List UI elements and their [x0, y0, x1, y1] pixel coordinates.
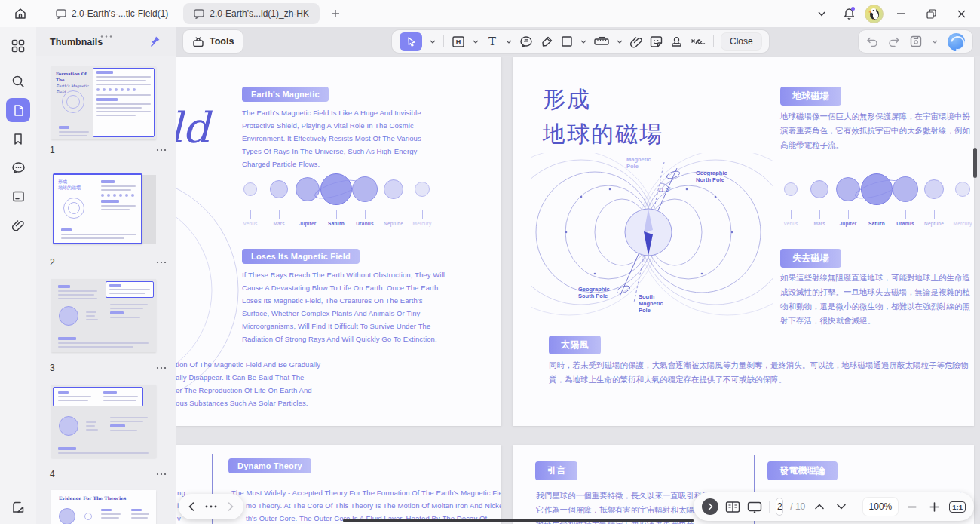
next-page-button[interactable]	[834, 504, 849, 510]
plus-icon	[929, 502, 939, 512]
attachment-tool-button[interactable]	[630, 35, 642, 48]
heading-frame-tool-button[interactable]: H	[452, 35, 465, 48]
undo-button[interactable]	[866, 37, 878, 47]
planet-circle	[893, 176, 918, 202]
home-button[interactable]	[9, 4, 32, 23]
previous-page-button[interactable]	[812, 504, 827, 510]
thumbnail-menu-button[interactable]	[156, 149, 167, 152]
thumbnail-menu-button[interactable]	[156, 261, 167, 264]
pin-panel-button[interactable]	[149, 35, 161, 51]
comment-bubble-icon	[519, 35, 533, 48]
section-body: 同時，若未受到磁場的保護，大氣會逐漸被太陽風等力量剝奪，最終消失。可以說，地球磁…	[549, 358, 971, 387]
planet-neptune: Neptune	[379, 171, 408, 226]
section-heading-pill: 發電機理論	[767, 461, 838, 480]
section-heading-pill: 引言	[535, 461, 577, 480]
comment-tool-button[interactable]	[519, 35, 533, 48]
planet-mars: Mars	[265, 171, 293, 226]
magnetic-field-diagram: Magnetic Pole Geographic North Pole 11.5…	[531, 153, 773, 330]
next-page-button[interactable]	[228, 502, 234, 511]
two-page-view-button[interactable]	[725, 501, 740, 513]
sticker-tool-button[interactable]	[650, 35, 663, 48]
close-mode-button[interactable]: Close	[721, 33, 761, 50]
thumbnail-row-2: 2	[50, 257, 167, 268]
select-tool-button[interactable]	[400, 32, 422, 51]
select-tool-chevron[interactable]	[430, 40, 436, 44]
section-body: The Earth's Magnetic Field Is Like A Hug…	[242, 106, 433, 170]
text-tool-button[interactable]: T	[486, 35, 498, 47]
restore-button[interactable]	[918, 3, 944, 24]
measure-tool-chevron[interactable]	[617, 40, 623, 44]
sidebar-item-apps[interactable]	[6, 34, 30, 58]
nav-more-button[interactable]	[205, 505, 217, 508]
notifications-button[interactable]	[838, 3, 860, 24]
close-window-button[interactable]	[948, 3, 974, 24]
sidebar-item-thumbnails[interactable]	[6, 98, 30, 122]
ellipsis-icon	[156, 149, 167, 152]
actual-size-button[interactable]: 1:1	[949, 501, 966, 513]
section-body: 如果這些射線無阻礙直達地球，可能對地球上的生命造成毀滅性的打擊。一旦地球失去磁場…	[780, 271, 972, 328]
zoom-out-button[interactable]	[905, 506, 920, 508]
sidebar-item-bookmarks[interactable]	[6, 127, 30, 151]
thumbnail-page-1[interactable]: Formation Of The Earth's Magnetic Field	[51, 66, 156, 139]
sidebar-item-attachments[interactable]	[6, 213, 30, 237]
zoom-in-button[interactable]	[926, 502, 942, 512]
thumbnail-row-1: 1	[50, 145, 167, 155]
titlebar: 2.0-Earth's-...tic-Field(1) 2.0-Earth's.…	[0, 0, 980, 27]
section-body-line: mo Theory. At The Core Of This Theory Is…	[246, 499, 501, 512]
thumb5-title: Evidence For The Theories	[59, 495, 126, 501]
thumbnail-page-3[interactable]	[51, 279, 156, 352]
sidebar-item-comments[interactable]	[6, 155, 30, 179]
zoom-level-button[interactable]: 100%	[863, 498, 899, 516]
clipped-title-fragment: ld	[176, 103, 210, 152]
shape-tool-button[interactable]	[561, 35, 573, 47]
toolbar-separator	[443, 35, 444, 47]
text-tool-chevron[interactable]	[506, 40, 512, 44]
main-toolbar: Tools H T Close	[176, 27, 980, 56]
horizontal-scrollbar[interactable]	[343, 519, 694, 522]
dropdown-chevron-button[interactable]	[810, 3, 833, 24]
page-number-input[interactable]: 2	[776, 498, 783, 516]
page-number-label: 2	[50, 257, 55, 268]
thumbnail-page-2[interactable]: 形成 地球的磁場	[53, 173, 142, 244]
thumbnail-page-4[interactable]	[51, 385, 156, 458]
new-tab-button[interactable]	[326, 4, 345, 23]
thumbnails-panel-header: Thumbnails	[36, 27, 176, 56]
sidebar-item-read-mode[interactable]	[6, 495, 30, 519]
planet-circle	[955, 182, 970, 197]
history-group	[859, 30, 972, 53]
prev-page-button[interactable]	[188, 502, 194, 511]
collapse-bar-button[interactable]	[702, 498, 718, 515]
pen-tool-button[interactable]	[541, 35, 553, 48]
square-shape-icon	[561, 35, 573, 47]
redo-button[interactable]	[888, 37, 900, 47]
measure-tool-button[interactable]	[594, 36, 609, 47]
save-button[interactable]	[910, 35, 922, 47]
shape-tool-chevron[interactable]	[580, 40, 586, 44]
tab-document-1[interactable]: 2.0-Earth's-...tic-Field(1)	[45, 3, 179, 24]
axis-angle-label: 11.5°	[658, 186, 671, 193]
minimize-button[interactable]	[888, 3, 914, 24]
avatar[interactable]	[865, 5, 884, 23]
vertical-scrollbar[interactable]	[973, 148, 977, 178]
page-title: 形成 地球的磁場	[543, 82, 663, 152]
minus-icon	[908, 506, 917, 508]
presentation-button[interactable]	[747, 501, 762, 513]
tools-button[interactable]: Tools	[183, 30, 243, 53]
sidebar-item-fields[interactable]	[6, 184, 30, 208]
save-chevron[interactable]	[932, 40, 938, 44]
clipped-text-line: tion Of The Magnetic Field And Be Gradua…	[176, 358, 320, 371]
sidebar-item-search[interactable]	[6, 69, 30, 93]
cursor-arrow-icon	[406, 36, 416, 47]
stamp-tool-button[interactable]	[670, 35, 683, 48]
thumbnail-menu-button[interactable]	[156, 366, 167, 369]
planet-neptune: Neptune	[920, 171, 948, 226]
thumbnail-menu-button[interactable]	[156, 473, 167, 476]
signature-tool-button[interactable]	[691, 36, 706, 47]
thumbnail-page-5[interactable]: Evidence For The Theories	[51, 490, 156, 524]
tab-document-2[interactable]: 2.0-Earth's...ld(1)_zh-HK	[183, 3, 320, 24]
heading-frame-chevron[interactable]	[473, 40, 479, 44]
plus-icon	[331, 9, 340, 18]
save-icon	[910, 35, 922, 47]
ai-assistant-button[interactable]	[948, 33, 965, 51]
text-T-icon: T	[486, 35, 498, 47]
